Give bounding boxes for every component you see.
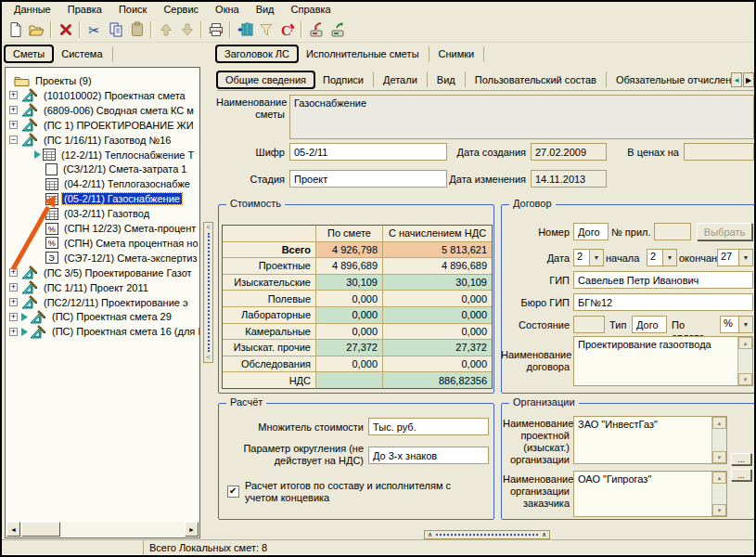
cost-cell-with-vat[interactable]: 27,372 [383,340,492,356]
tree-item-label[interactable]: (ПС) Проектная смета 16 (для Г [50,326,200,337]
cost-cell-with-vat[interactable]: 30,109 [383,275,492,291]
tree-item[interactable]: Проекты (9) [6,73,199,88]
filter-icon[interactable] [255,19,276,41]
tree-item[interactable]: +(6809-006) Сводная смета КС м [6,103,199,118]
bureau-field[interactable] [573,293,753,311]
tree-item[interactable]: %(СПН 12/23) Смета-процент [6,221,199,236]
chevron-up-icon[interactable]: ∧ [542,532,546,538]
menu-item-2[interactable]: Правка [59,3,110,17]
field-scrollbar[interactable] [711,417,726,463]
state-field[interactable] [573,316,605,333]
tree-item-label[interactable]: (ПС 1/11) Проект 2011 [42,282,150,293]
expand-plus-icon[interactable]: + [9,283,18,291]
cost-cell-by-estimate[interactable]: 4 926,798 [316,242,382,258]
scroll-thumb[interactable] [21,522,60,537]
detail-tab-3[interactable]: Снимки [431,45,482,62]
expand-plus-icon[interactable]: + [9,298,18,306]
sub-tab-2[interactable]: Подписи [315,71,371,88]
customer-org-more-button[interactable]: ... [731,469,751,481]
stage-field[interactable] [289,170,447,188]
sub-tab-6[interactable]: Обязательные отчисления [609,71,750,88]
sub-tab-1[interactable]: Общие сведения [216,71,315,89]
print-icon[interactable] [205,19,226,41]
tree-item[interactable]: +(ПС) Проектная смета 29 [6,309,199,324]
tree-horizontal-scrollbar[interactable]: ◄ ► [6,522,199,537]
cost-cell-with-vat[interactable]: 0,000 [383,307,492,323]
expand-plus-icon[interactable]: + [9,106,18,114]
expand-plus-icon[interactable]: + [9,268,18,277]
sub-tab-3[interactable]: Детали [376,71,425,88]
tree-item[interactable]: −(ПС 1/16/11) Газотвод №16 [6,133,199,148]
open-icon[interactable] [26,19,47,41]
chevron-left-icon[interactable]: < [206,353,211,362]
tree-item[interactable]: +(ПС2/12/11) Проектирование э [6,295,199,310]
scroll-down-icon[interactable] [738,373,752,385]
copy-icon[interactable] [105,19,126,41]
sub-tab-5[interactable]: Пользовательский состав [468,71,604,88]
customer-org-field[interactable]: ОАО "Гипрогаз" [573,471,727,517]
tree-item[interactable]: +(ПС 1/11) Проект 2011 [6,280,199,295]
menu-item-5[interactable]: Окна [207,3,248,17]
multiplier-field[interactable] [368,418,489,435]
contract-date-combo[interactable]: 2 [573,249,604,266]
tree-item-label[interactable]: (ПС) Проектная смета 29 [50,311,173,322]
menu-item-4[interactable]: Сервис [155,3,207,17]
field-scrollbar[interactable] [737,337,752,385]
tree-item[interactable]: (05-2/11) Газоснабжение [6,191,199,206]
menu-item-6[interactable]: Вид [248,3,283,17]
tree-item[interactable]: %(СПН) Смета процентная но [6,236,199,251]
recalculate-icon[interactable]: C! [276,19,298,41]
tree-item[interactable]: (12-2/11) Теплоснабжение Т [6,148,199,162]
cost-cell-with-vat[interactable]: 0,000 [383,291,492,306]
type-field[interactable] [632,316,667,333]
start-date-combo[interactable]: 2 [647,249,677,266]
tree-item-label[interactable]: (05-2/11) Газоснабжение [62,193,182,204]
cost-cell-with-vat[interactable]: 886,82356 [383,372,492,388]
tree-item[interactable]: +(ПС 1) ПРОЕКТИРОВАНИЕ ЖИ [6,118,199,133]
modified-field[interactable] [531,170,607,188]
tree-item-label[interactable]: (ПС 1/16/11) Газотвод №16 [42,135,173,146]
expand-plus-icon[interactable]: + [9,91,18,99]
tree-item-label[interactable]: (ПС 1) ПРОЕКТИРОВАНИЕ ЖИ [42,120,196,131]
payment-combo[interactable]: % [720,316,753,333]
menu-item-3[interactable]: Поиск [110,3,155,17]
tree-item[interactable]: +(ПС) Проектная смета 16 (для Г [6,324,199,339]
cost-cell-by-estimate[interactable]: 0,000 [316,307,382,323]
cost-cell-with-vat[interactable]: 5 813,621 [383,242,492,258]
totals-checkbox[interactable] [227,486,239,498]
cut-icon[interactable]: ✂ [83,19,105,41]
paste-icon[interactable] [126,19,147,41]
expand-plus-icon[interactable]: + [9,121,18,129]
design-org-field[interactable]: ЗАО "ИнвестГаз" [573,416,727,464]
tree-item-label[interactable]: (СПН) Смета процентная но [62,238,200,249]
chevron-left-icon[interactable]: < [206,223,211,232]
tab-scroll-left-icon[interactable]: ◄ [731,72,742,87]
tree-item[interactable]: +(101010002) Проектная смета [6,88,199,103]
sub-tab-4[interactable]: Вид [429,71,463,88]
created-field[interactable] [531,143,607,161]
menu-item-7[interactable]: Справка [283,3,340,17]
page-tab-2[interactable]: Система [54,45,109,62]
tree-item-label[interactable]: (СЭ7-12/1) Смета-экспертиз [62,253,199,264]
expand-plus-icon[interactable]: + [9,313,18,321]
cost-cell-by-estimate[interactable]: 30,109 [316,275,382,291]
expand-plus-icon[interactable]: + [9,328,18,336]
chevron-down-icon[interactable] [738,317,752,332]
move-down-icon[interactable] [176,19,198,41]
detail-tab-2[interactable]: Исполнительные сметы [299,45,427,62]
scroll-up-icon[interactable] [712,472,726,484]
gip-field[interactable] [573,271,753,289]
cost-cell-by-estimate[interactable]: 0,000 [316,324,382,340]
cost-cell-by-estimate[interactable]: 0,000 [316,356,382,372]
cost-cell-by-estimate[interactable] [316,372,382,388]
scroll-down-icon[interactable] [712,451,726,463]
tree-item-label[interactable]: (101010002) Проектная смета [42,90,187,101]
cost-cell-with-vat[interactable]: 0,000 [383,324,492,340]
cost-cell-by-estimate[interactable]: 27,372 [316,340,382,356]
import-icon[interactable] [305,19,327,41]
cost-cell-with-vat[interactable]: 4 896,689 [383,258,492,274]
cost-cell-with-vat[interactable]: 0,000 [383,356,492,372]
tree-item-label[interactable]: (ПС 3/5) Проектирование Газот [42,267,194,278]
tree-item-label[interactable]: (12-2/11) Теплоснабжение Т [59,149,196,161]
bottom-splitter[interactable]: ∧ ∧ [424,530,550,539]
